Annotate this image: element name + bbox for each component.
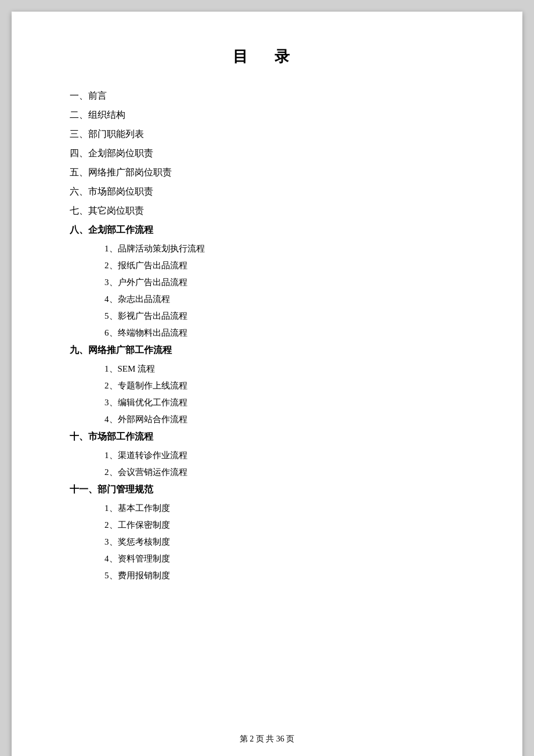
toc-main-item-7: 七、其它岗位职责 [70, 205, 464, 217]
toc-main-item-11: 十一、部门管理规范 [70, 484, 464, 496]
toc-main-item-9: 九、网络推广部工作流程 [70, 344, 464, 357]
toc-sub-item-8-1: 1、品牌活动策划执行流程 [104, 243, 464, 254]
toc-sub-item-10-2: 2、会议营销运作流程 [104, 467, 464, 478]
toc-main-item-8: 八、企划部工作流程 [70, 224, 464, 236]
toc-main-item-1: 一、前言 [70, 90, 464, 102]
toc-sub-list-11: 1、基本工作制度2、工作保密制度3、奖惩考核制度4、资料管理制度5、费用报销制度 [70, 503, 464, 581]
toc-sub-item-11-1: 1、基本工作制度 [104, 503, 464, 514]
toc-main-item-3: 三、部门职能列表 [70, 128, 464, 141]
toc-sub-item-9-2: 2、专题制作上线流程 [104, 380, 464, 391]
toc-sub-list-8: 1、品牌活动策划执行流程2、报纸广告出品流程3、户外广告出品流程4、杂志出品流程… [70, 243, 464, 339]
page-title: 目 录 [70, 46, 464, 67]
toc-sub-item-11-5: 5、费用报销制度 [104, 570, 464, 581]
toc-sub-item-9-4: 4、外部网站合作流程 [104, 414, 464, 425]
toc-sub-list-9: 1、SEM 流程2、专题制作上线流程3、编辑优化工作流程4、外部网站合作流程 [70, 363, 464, 425]
toc-sub-list-10: 1、渠道转诊作业流程2、会议营销运作流程 [70, 450, 464, 478]
toc-list: 一、前言二、组织结构三、部门职能列表四、企划部岗位职责五、网络推广部岗位职责六、… [70, 90, 464, 581]
toc-main-item-6: 六、市场部岗位职责 [70, 186, 464, 198]
toc-sub-item-8-2: 2、报纸广告出品流程 [104, 260, 464, 271]
page-footer: 第 2 页 共 36 页 [12, 734, 522, 744]
toc-sub-item-8-4: 4、杂志出品流程 [104, 294, 464, 305]
toc-sub-item-8-3: 3、户外广告出品流程 [104, 277, 464, 288]
toc-main-item-2: 二、组织结构 [70, 109, 464, 121]
toc-main-item-4: 四、企划部岗位职责 [70, 147, 464, 160]
toc-sub-item-11-4: 4、资料管理制度 [104, 553, 464, 564]
toc-main-item-5: 五、网络推广部岗位职责 [70, 167, 464, 179]
toc-main-item-10: 十、市场部工作流程 [70, 431, 464, 443]
document-page: 目 录 一、前言二、组织结构三、部门职能列表四、企划部岗位职责五、网络推广部岗位… [12, 12, 522, 756]
toc-sub-item-11-2: 2、工作保密制度 [104, 520, 464, 531]
toc-sub-item-11-3: 3、奖惩考核制度 [104, 537, 464, 548]
toc-sub-item-9-1: 1、SEM 流程 [104, 363, 464, 375]
toc-sub-item-10-1: 1、渠道转诊作业流程 [104, 450, 464, 461]
toc-sub-item-9-3: 3、编辑优化工作流程 [104, 397, 464, 408]
toc-sub-item-8-5: 5、影视广告出品流程 [104, 311, 464, 322]
toc-sub-item-8-6: 6、终端物料出品流程 [104, 327, 464, 339]
